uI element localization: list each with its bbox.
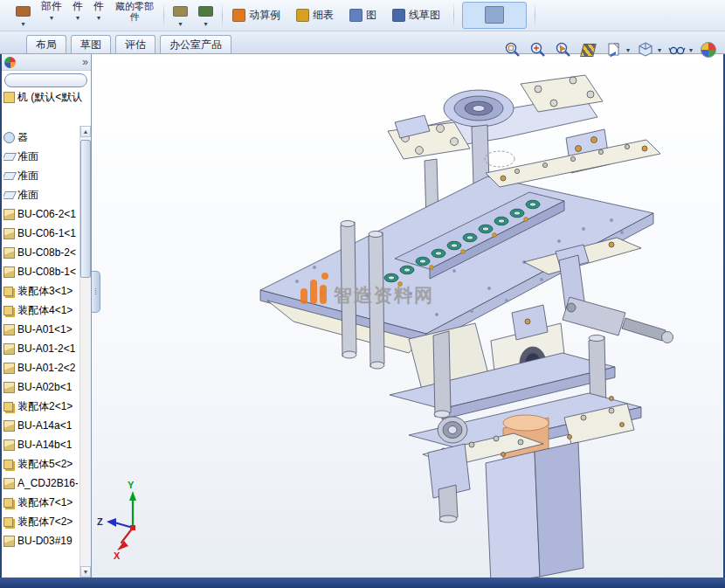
tree-item-label: BU-C08b-2< bbox=[17, 246, 76, 259]
ribbon-button[interactable] bbox=[222, 3, 223, 28]
tree-item[interactable]: BU-A14b<1 bbox=[3, 435, 78, 454]
ribbon-button-icon bbox=[349, 9, 362, 22]
commandmanager-tab[interactable]: 评估 bbox=[115, 35, 155, 53]
dropdown-caret-icon[interactable]: ▾ bbox=[658, 46, 661, 54]
tree-item[interactable]: 准面 bbox=[3, 185, 78, 204]
ribbon-button[interactable]: 件 ▾ bbox=[88, 0, 109, 31]
tree-item[interactable]: 装配体4<1> bbox=[3, 301, 78, 320]
ribbon-button[interactable] bbox=[163, 3, 164, 28]
tree-item[interactable]: BU-C08b-1< bbox=[3, 262, 78, 281]
graphics-viewport[interactable]: 智造资料网 Y Z X bbox=[92, 54, 723, 578]
dropdown-caret-icon: ▾ bbox=[97, 14, 100, 22]
display-style-icon[interactable] bbox=[636, 40, 655, 59]
tree-item-icon bbox=[3, 363, 15, 374]
zoom-to-area-icon[interactable] bbox=[528, 40, 548, 59]
tree-item-label: BU-D03#19 bbox=[17, 535, 72, 547]
ribbon-button[interactable] bbox=[535, 3, 535, 28]
tree-item-label: BU-A01<1> bbox=[17, 323, 72, 336]
tree-item[interactable]: 准面 bbox=[3, 166, 78, 185]
ribbon-button[interactable]: ▾ bbox=[168, 0, 193, 31]
assembly-root-icon bbox=[3, 92, 15, 103]
ribbon-button[interactable]: 图 bbox=[343, 0, 386, 31]
tree-item-label: A_CDJ2B16- bbox=[17, 477, 78, 489]
tree-item-icon bbox=[3, 228, 15, 239]
hide-show-items-icon[interactable] bbox=[667, 40, 687, 59]
scroll-up-arrow-icon[interactable]: ▲ bbox=[80, 126, 91, 137]
view-orientation-icon[interactable] bbox=[604, 40, 624, 59]
ribbon-button[interactable]: 细表 bbox=[290, 0, 343, 31]
zoom-to-selection-icon[interactable] bbox=[554, 40, 573, 59]
tree-item-icon bbox=[3, 439, 15, 451]
ribbon-button-label: 藏的零部件 bbox=[114, 1, 155, 22]
tree-item[interactable]: BU-C06-1<1 bbox=[3, 224, 78, 243]
commandmanager-tab[interactable]: 办公室产品 bbox=[160, 35, 231, 53]
ribbon-button-label: 部件 bbox=[41, 1, 62, 12]
tree-item[interactable]: BU-A14a<1 bbox=[3, 416, 78, 435]
tree-item-icon bbox=[3, 324, 15, 336]
tree-item[interactable]: 装配体2<1> bbox=[3, 397, 78, 416]
scroll-down-arrow-icon[interactable]: ▼ bbox=[80, 566, 91, 578]
tree-item-label: 准面 bbox=[17, 188, 38, 203]
scrollbar-thumb[interactable] bbox=[80, 140, 91, 278]
ribbon-button[interactable]: 线草图 bbox=[386, 0, 450, 31]
tree-item[interactable]: 装配体7<2> bbox=[3, 512, 78, 531]
tree-item[interactable]: BU-A01<1> bbox=[3, 320, 78, 339]
ribbon-button[interactable]: 部件 ▾ bbox=[36, 0, 67, 31]
expand-panel-chevron-icon[interactable]: » bbox=[82, 57, 88, 67]
ribbon-button[interactable]: 件 ▾ bbox=[67, 0, 88, 31]
tree-item-label: 器 bbox=[17, 130, 28, 145]
tree-item[interactable]: A_CDJ2B16- bbox=[3, 474, 78, 493]
3d-model-canvas[interactable]: 智造资料网 Y Z X bbox=[92, 54, 723, 578]
tree-item[interactable]: BU-A01-2<2 bbox=[3, 358, 78, 377]
tree-item[interactable]: BU-C08b-2< bbox=[3, 243, 78, 262]
tree-item[interactable]: 器 bbox=[3, 128, 78, 147]
tree-item-label: BU-C06-1<1 bbox=[17, 227, 76, 239]
dropdown-caret-icon[interactable]: ▾ bbox=[626, 46, 630, 54]
feature-tree: 器 准面 准面 bbox=[2, 105, 91, 550]
tree-root-label: 机 (默认<默认 bbox=[17, 90, 82, 105]
featuremanager-filter-box[interactable] bbox=[4, 73, 87, 87]
apply-scene-icon[interactable] bbox=[699, 40, 718, 59]
triad-y-label: Y bbox=[128, 480, 135, 490]
tree-item-label: 装配体4<1> bbox=[17, 303, 72, 318]
tab-label: 草图 bbox=[80, 38, 101, 51]
tree-item-icon bbox=[3, 287, 13, 296]
ribbon-button-icon bbox=[232, 9, 245, 22]
tree-item[interactable]: 装配体3<1> bbox=[3, 281, 78, 301]
status-bar bbox=[0, 578, 725, 588]
panel-scrollbar[interactable]: ▲ ▼ bbox=[79, 126, 91, 578]
commandmanager-tab[interactable]: 布局 bbox=[26, 35, 66, 53]
ribbon-button[interactable]: 动算例 bbox=[226, 0, 290, 31]
section-view-icon[interactable] bbox=[579, 40, 598, 59]
ribbon-button[interactable]: 藏的零部件 bbox=[109, 0, 160, 31]
ribbon-button[interactable]: ▾ bbox=[10, 0, 36, 31]
ribbon-button-icon bbox=[16, 6, 31, 17]
tree-item[interactable]: BU-A02b<1 bbox=[3, 377, 78, 397]
panel-splitter-handle[interactable]: ⁞ bbox=[92, 271, 100, 313]
tree-item-label: BU-A14a<1 bbox=[17, 419, 72, 432]
tree-root-item[interactable]: 机 (默认<默认 bbox=[2, 89, 91, 105]
ribbon-button-label: 件 bbox=[93, 1, 104, 12]
tree-item-icon bbox=[3, 536, 15, 547]
ribbon-button[interactable] bbox=[453, 3, 454, 28]
zoom-to-fit-icon[interactable] bbox=[503, 40, 522, 59]
ribbon-button[interactable]: ▾ bbox=[193, 0, 218, 31]
tab-label: 评估 bbox=[125, 38, 146, 51]
tree-item-icon bbox=[3, 172, 17, 180]
tree-item[interactable]: BU-C06-2<1 bbox=[3, 204, 78, 224]
tree-item[interactable]: BU-A01-2<1 bbox=[3, 339, 78, 358]
ribbon-button[interactable] bbox=[462, 2, 527, 29]
tree-item[interactable]: BU-D03#19 bbox=[3, 531, 78, 550]
tree-item[interactable]: 准面 bbox=[3, 147, 78, 166]
ribbon-button-icon bbox=[296, 9, 309, 22]
commandmanager-tab[interactable]: 草图 bbox=[71, 35, 111, 53]
tree-item[interactable]: 装配体5<2> bbox=[3, 454, 78, 474]
dropdown-caret-icon[interactable]: ▾ bbox=[689, 46, 693, 54]
ribbon-toolbar: ▾ 部件 ▾ 件 ▾ 件 ▾ 藏的零部件 bbox=[0, 0, 725, 31]
featuremanager-panel: » 机 (默认<默认 器 bbox=[2, 54, 92, 578]
ribbon-button-label: 件 bbox=[72, 1, 83, 12]
solidworks-logo-icon[interactable] bbox=[4, 57, 16, 68]
tree-item[interactable]: 装配体7<1> bbox=[3, 493, 78, 512]
dropdown-caret-icon: ▾ bbox=[50, 14, 53, 22]
tree-item-label: 装配体2<1> bbox=[17, 399, 72, 414]
